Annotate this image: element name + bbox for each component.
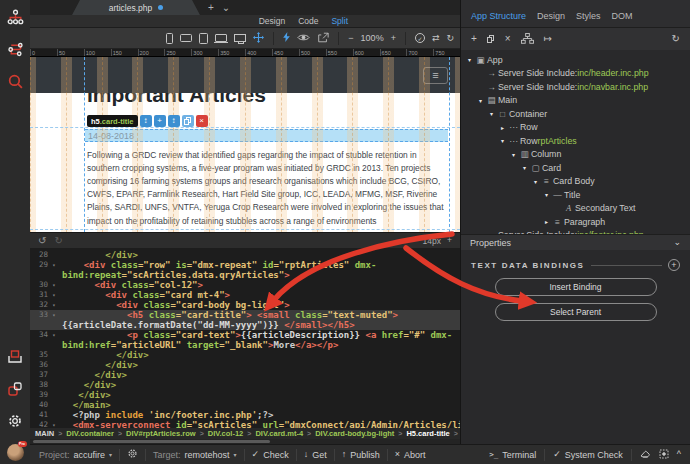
reorder-icon[interactable]: ↕ <box>168 115 180 127</box>
swap-icon[interactable]: ⇄ <box>432 34 440 43</box>
phone-view-icon[interactable] <box>166 33 173 44</box>
select-parent-button[interactable]: Select Parent <box>495 303 657 321</box>
zoom-out-button[interactable]: − <box>348 34 353 43</box>
code-line-42[interactable]: 42▾ <dmx-serverconnect id="scArticles" u… <box>30 420 460 428</box>
publish-button[interactable]: ↑ Publish <box>342 450 380 460</box>
horizontal-scrollbar[interactable] <box>30 439 460 444</box>
tree-item-card[interactable]: ▾▢Card <box>461 161 690 175</box>
target-selector[interactable]: Target: remotehost ▾ <box>153 450 237 460</box>
code-line-29[interactable]: 29▾ <div class="row" is="dmx-repeat" id=… <box>30 260 460 270</box>
code-line-33[interactable]: 33▾ <h5 class="card-title"> <small class… <box>30 310 460 320</box>
tree-item-server-side-include-inc-header-inc-php[interactable]: →Server Side Include: inc/header.inc.php <box>461 67 690 81</box>
breadcrumb-item[interactable]: H5.card-title <box>406 429 449 438</box>
tree-caret-icon[interactable]: ▾ <box>476 97 485 104</box>
tab-styles[interactable]: Styles <box>576 11 601 21</box>
page-heading[interactable]: Important Articles <box>87 93 448 107</box>
tree-item-server-side-include-inc-navbar-inc-php[interactable]: →Server Side Include: inc/navbar.inc.php <box>461 80 690 94</box>
clean-eraser-icon[interactable] <box>640 449 651 460</box>
redo-icon[interactable]: ↻ <box>54 236 62 246</box>
tab-list-chevron-icon[interactable]: ⌄ <box>222 3 230 13</box>
refresh-icon[interactable]: ↻ <box>446 34 454 43</box>
tab-articles-php[interactable]: articles.php <box>72 0 200 15</box>
tree-item-paragraph[interactable]: ▸≡Paragraph <box>461 215 690 229</box>
tree-item-app[interactable]: ▾▣App <box>461 53 690 67</box>
sitemap-icon[interactable] <box>521 33 534 46</box>
code-line-35[interactable]: 35 </div> <box>30 350 460 360</box>
fold-caret-icon[interactable]: ▾ <box>48 260 60 270</box>
font-larger-button[interactable]: + <box>447 236 452 245</box>
mode-design[interactable]: Design <box>259 16 285 26</box>
undo-icon[interactable]: ↺ <box>38 236 46 246</box>
code-line-wrap[interactable]: {{articleDate.formatDate("dd-MM-yyyy")}}… <box>30 320 460 330</box>
breadcrumb-item[interactable]: DIV.container <box>66 429 114 438</box>
preview-eye-icon[interactable] <box>297 33 310 44</box>
selection-badge[interactable]: h5.card-title <box>87 115 138 127</box>
font-smaller-button[interactable]: − <box>412 236 417 245</box>
debug-icon[interactable] <box>659 449 669 461</box>
insert-binding-button[interactable]: Insert Binding <box>495 278 657 296</box>
code-line-wrap[interactable]: bind:href="articleURL" target="_blank">M… <box>30 340 460 350</box>
tree-item-main[interactable]: ▾▤Main <box>461 94 690 108</box>
tree-caret-icon[interactable]: ▾ <box>498 137 507 144</box>
tree-item-container[interactable]: ▾□Container <box>461 107 690 121</box>
project-selector[interactable]: Project: accufire ▾ <box>39 450 112 460</box>
live-bolt-icon[interactable] <box>283 32 290 44</box>
new-tab-button[interactable]: + <box>208 3 214 13</box>
collapse-chevron-icon[interactable]: ⌄ <box>673 238 681 247</box>
deploy-icon[interactable] <box>7 348 24 365</box>
tree-item-column[interactable]: ▾▥Column <box>461 148 690 162</box>
scrollbar-thumb[interactable] <box>33 440 270 443</box>
fold-caret-icon[interactable]: ▾ <box>48 310 60 320</box>
tree-caret-icon[interactable]: ▾ <box>531 178 540 185</box>
tree-caret-icon[interactable]: ▸ <box>498 124 507 131</box>
user-avatar[interactable]: Pro <box>7 444 24 461</box>
check-button[interactable]: ✓ Check <box>252 450 289 460</box>
mode-split[interactable]: Split <box>331 16 348 26</box>
tree-item-row[interactable]: ▸⋯Row <box>461 121 690 135</box>
add-component-icon[interactable]: + <box>471 34 477 44</box>
tab-dom[interactable]: DOM <box>612 11 633 21</box>
extensions-icon[interactable] <box>7 380 24 397</box>
card-title-date[interactable]: 14-08-2018 <box>85 129 448 142</box>
zoom-in-button[interactable]: + <box>391 34 396 43</box>
desktop-view-icon[interactable] <box>234 34 246 42</box>
code-line-32[interactable]: 32▾ <div class="card-body bg-light"> <box>30 300 460 310</box>
tree-caret-icon[interactable]: ▾ <box>465 56 474 63</box>
tablet-view-icon[interactable] <box>199 33 208 44</box>
collapse-statusbar-icon[interactable]: ^ <box>677 450 681 459</box>
tree-caret-icon[interactable]: ▾ <box>487 110 496 117</box>
design-view[interactable]: ≡ Important Articles h5.card-title ↕ + ↕… <box>30 57 460 232</box>
code-line-31[interactable]: 31▾ <div class="card mt-4"> <box>30 290 460 300</box>
navbar-toggler-icon[interactable]: ≡ <box>423 67 448 84</box>
open-in-browser-icon[interactable] <box>317 32 329 45</box>
properties-header[interactable]: Properties ⌄ <box>461 234 690 250</box>
system-check-button[interactable]: ✓ System Check <box>553 450 623 460</box>
panel-refresh-icon[interactable]: ↻ <box>672 34 680 44</box>
breadcrumb-item[interactable]: DIV.col-12 <box>208 429 244 438</box>
mode-code[interactable]: Code <box>298 16 318 26</box>
duplicate-icon[interactable] <box>182 115 194 127</box>
laptop-view-icon[interactable] <box>215 34 227 42</box>
code-line-40[interactable]: 40 </main> <box>30 400 460 410</box>
remove-component-icon[interactable]: × <box>505 34 511 44</box>
code-line-38[interactable]: 38 </div> <box>30 380 460 390</box>
tree-caret-icon[interactable]: ▾ <box>520 164 529 171</box>
code-line-36[interactable]: 36 </div> <box>30 360 460 370</box>
tree-item-secondary-text[interactable]: ASecondary Text <box>461 202 690 216</box>
code-line-34[interactable]: 34▾ <p class="card-text">{{articleDescri… <box>30 330 460 340</box>
fold-caret-icon[interactable]: ▾ <box>48 290 60 300</box>
settings-gear-icon[interactable] <box>7 412 24 429</box>
phone-landscape-view-icon[interactable] <box>180 34 192 42</box>
tree-item-card-body[interactable]: ▾≡Card Body <box>461 175 690 189</box>
tree-item-title[interactable]: ▾—Title <box>461 188 690 202</box>
fold-caret-icon[interactable]: ▾ <box>48 300 60 310</box>
fold-caret-icon[interactable]: ▾ <box>48 330 60 340</box>
responsive-move-icon[interactable] <box>253 32 264 45</box>
code-editor[interactable]: 28 </div>29▾ <div class="row" is="dmx-re… <box>30 248 460 428</box>
fold-caret-icon[interactable]: ▾ <box>48 280 60 290</box>
code-line-wrap[interactable]: bind:repeat="scArticles.data.qryArticles… <box>30 270 460 280</box>
code-line-41[interactable]: 41 <?php include 'inc/footer.inc.php';?> <box>30 410 460 420</box>
app-connect-icon[interactable] <box>7 9 24 26</box>
move-up-down-icon[interactable]: ↕ <box>140 115 152 127</box>
fold-caret-icon[interactable]: ▾ <box>48 420 60 428</box>
